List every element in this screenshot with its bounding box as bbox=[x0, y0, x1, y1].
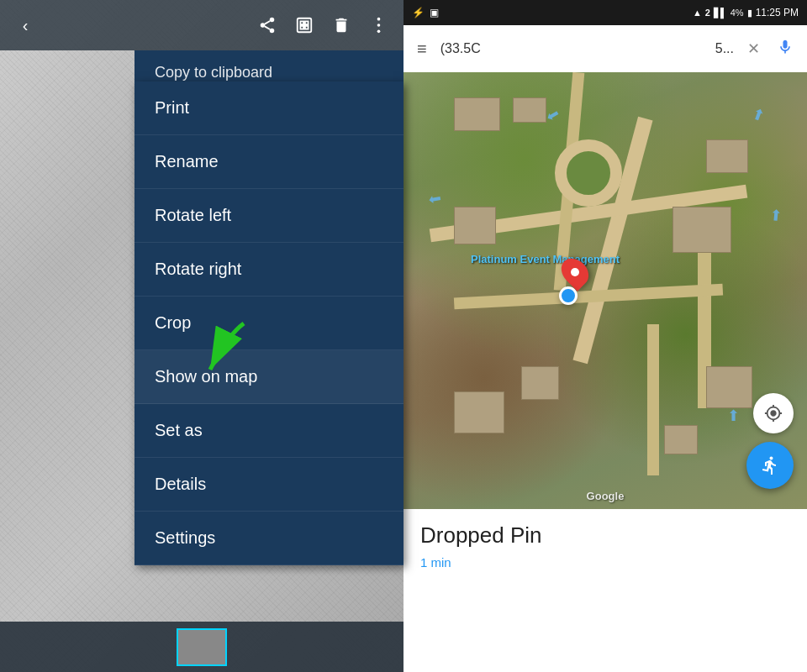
svg-line-3 bbox=[265, 26, 270, 29]
battery-icon: ▮ bbox=[747, 8, 752, 18]
network-2-icon: 2 bbox=[705, 8, 710, 18]
current-location-dot bbox=[559, 286, 578, 305]
menu-item-rotate-right[interactable]: Rotate right bbox=[134, 243, 404, 297]
pin-inner bbox=[571, 268, 579, 276]
back-button[interactable]: ‹ bbox=[7, 7, 44, 44]
search-query-suffix: 5... bbox=[715, 41, 734, 56]
menu-item-show-on-map[interactable]: Show on map bbox=[134, 350, 404, 404]
building-1 bbox=[454, 97, 500, 131]
map-satellite-view: Platinum Event Management ⬅ ⬆ ⬅ ⬆ ⬆ Goog… bbox=[404, 72, 807, 509]
nav-arrow-5: ⬆ bbox=[727, 407, 740, 425]
map-poi-label: Platinum Event Management bbox=[471, 253, 620, 265]
menu-item-rename[interactable]: Rename bbox=[134, 135, 404, 189]
status-bar: ⚡ ▣ ▲ 2 ▋▌ 4% ▮ 11:25 PM bbox=[404, 0, 807, 25]
svg-point-0 bbox=[270, 18, 275, 23]
signal-bars-icon: ▋▌ bbox=[714, 8, 727, 18]
right-panel: ⚡ ▣ ▲ 2 ▋▌ 4% ▮ 11:25 PM ≡ (33.5C 5... ✕ bbox=[404, 0, 807, 672]
svg-point-1 bbox=[261, 23, 266, 28]
search-clear-button[interactable]: ✕ bbox=[744, 36, 763, 61]
svg-rect-8 bbox=[300, 26, 303, 29]
svg-rect-7 bbox=[305, 21, 309, 24]
menu-item-set-as[interactable]: Set as bbox=[134, 404, 404, 458]
svg-line-4 bbox=[265, 21, 270, 24]
menu-item-print[interactable]: Print bbox=[134, 81, 404, 135]
menu-item-settings[interactable]: Settings bbox=[134, 512, 404, 565]
building-3 bbox=[672, 207, 731, 253]
delete-button[interactable] bbox=[323, 7, 360, 44]
svg-rect-6 bbox=[300, 21, 303, 24]
building-8 bbox=[664, 425, 698, 454]
building-5 bbox=[454, 391, 504, 433]
nav-arrow-4: ⬆ bbox=[768, 206, 783, 225]
search-bar: ≡ (33.5C 5... ✕ bbox=[404, 25, 807, 72]
nav-arrow-2: ⬆ bbox=[750, 104, 768, 126]
search-query-value: (33.5C bbox=[440, 41, 481, 55]
search-input-area[interactable]: (33.5C 5... bbox=[440, 41, 734, 56]
bottom-info-panel: Dropped Pin 1 min bbox=[404, 509, 807, 672]
image-notification-icon: ▣ bbox=[430, 7, 439, 18]
travel-time-badge: 1 min bbox=[420, 555, 790, 570]
roundabout bbox=[555, 139, 622, 207]
menu-item-details[interactable]: Details bbox=[134, 458, 404, 512]
image-thumbnail[interactable] bbox=[177, 628, 227, 666]
share-button[interactable] bbox=[249, 7, 286, 44]
search-mic-button[interactable] bbox=[773, 34, 797, 64]
battery-percent: 4% bbox=[731, 8, 744, 18]
dropdown-menu: Print Rename Rotate left Rotate right Cr… bbox=[134, 81, 404, 565]
top-toolbar: ‹ bbox=[0, 0, 404, 50]
left-panel: ‹ bbox=[0, 0, 404, 672]
nav-arrow-3: ⬅ bbox=[427, 189, 443, 209]
svg-point-11 bbox=[377, 24, 380, 27]
svg-rect-9 bbox=[305, 26, 309, 29]
google-watermark: Google bbox=[587, 490, 625, 502]
usb-icon: ⚡ bbox=[412, 7, 425, 18]
walking-mode-button[interactable] bbox=[746, 442, 794, 489]
building-2 bbox=[513, 97, 546, 123]
thumbnail-bar bbox=[0, 622, 404, 672]
map-area[interactable]: Platinum Event Management ⬅ ⬆ ⬅ ⬆ ⬆ Goog… bbox=[404, 72, 807, 509]
dropped-pin-title: Dropped Pin bbox=[420, 522, 790, 549]
road-extra-3 bbox=[647, 324, 659, 475]
building-4 bbox=[706, 139, 748, 173]
svg-point-12 bbox=[377, 30, 380, 34]
locate-me-button[interactable] bbox=[753, 393, 794, 433]
search-query-text: (33.5C bbox=[440, 41, 712, 56]
status-time: 11:25 PM bbox=[756, 7, 799, 18]
menu-item-crop[interactable]: Crop bbox=[134, 297, 404, 350]
location-pin bbox=[563, 257, 587, 287]
gallery-button[interactable] bbox=[286, 7, 323, 44]
svg-point-2 bbox=[270, 29, 275, 33]
svg-point-10 bbox=[377, 18, 380, 21]
search-menu-button[interactable]: ≡ bbox=[414, 36, 430, 62]
building-9 bbox=[454, 207, 496, 244]
building-6 bbox=[521, 366, 559, 400]
more-button[interactable] bbox=[360, 7, 397, 44]
menu-item-rotate-left[interactable]: Rotate left bbox=[134, 189, 404, 243]
building-7 bbox=[706, 366, 752, 408]
wifi-icon: ▲ bbox=[693, 8, 702, 18]
